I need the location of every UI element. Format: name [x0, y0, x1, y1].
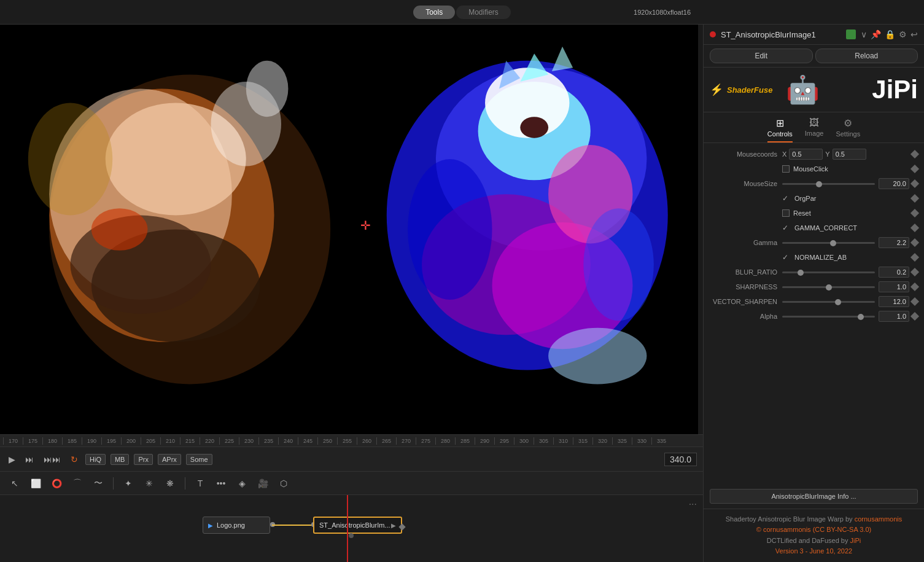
end-button[interactable]: ⏭⏭: [41, 453, 63, 466]
tool-clone[interactable]: ❋: [161, 475, 179, 492]
tool-ellipse[interactable]: ⭕: [48, 475, 65, 492]
vector-sharpen-row: VECTOR_SHARPEN: [704, 294, 924, 309]
quality-hiq[interactable]: HiQ: [85, 454, 106, 465]
tool-bezier[interactable]: ⌒: [69, 475, 86, 492]
node-shader-expand[interactable]: ▶: [391, 522, 396, 529]
tool-particle[interactable]: •••: [212, 475, 230, 492]
undo-icon[interactable]: ↩: [910, 29, 918, 39]
resolution-info: 1920x1080xfloat16: [634, 9, 691, 16]
svg-point-19: [408, 159, 492, 300]
alpha-thumb: [858, 314, 864, 320]
sharpness-label: SHARPNESS: [710, 283, 777, 291]
gear-icon: ⚙: [844, 117, 852, 129]
reset-checkbox[interactable]: [782, 209, 790, 217]
mousesize-slider-wrap: [782, 178, 909, 189]
gamma-diamond: [910, 238, 919, 247]
node-logo[interactable]: ▶ Logo.png: [203, 517, 270, 534]
lock-icon[interactable]: 🔒: [885, 29, 895, 39]
ruler-mark: 305: [534, 437, 553, 445]
ruler-mark: 265: [376, 437, 396, 445]
quality-some[interactable]: Some: [186, 454, 212, 465]
tool-rect[interactable]: ⬜: [27, 475, 44, 492]
gamma-correct-diamond: [910, 224, 919, 232]
tool-mesh[interactable]: ⬡: [275, 475, 292, 492]
ruler-mark: 200: [121, 437, 141, 445]
node-logo-label: Logo.png: [217, 521, 245, 529]
mousesize-value[interactable]: [879, 178, 909, 189]
tool-bspline[interactable]: 〜: [90, 475, 107, 492]
step-forward-button[interactable]: ⏭: [23, 453, 36, 466]
mousesize-slider[interactable]: [782, 183, 875, 185]
viewport: ✛: [0, 25, 703, 434]
sharpness-slider[interactable]: [782, 286, 875, 288]
normalize-ab-check: ✓ NORMALIZE_AB: [782, 253, 909, 262]
blur-ratio-label: BLUR_RATIO: [710, 268, 777, 276]
tab-tools[interactable]: Tools: [413, 6, 455, 19]
normalize-ab-check-label: NORMALIZE_AB: [794, 254, 847, 261]
svg-point-7: [91, 208, 148, 251]
timeline-controls: ▶ ⏭ ⏭⏭ ↻ HiQ MB Prx APrx Some 340.0: [0, 447, 703, 471]
sharpness-value[interactable]: [879, 281, 909, 292]
alpha-slider[interactable]: [782, 316, 875, 318]
normalize-ab-checkmark: ✓: [782, 253, 788, 262]
ruler-mark: 280: [435, 437, 455, 445]
mousecoords-x-input[interactable]: [789, 149, 823, 160]
tool-paint[interactable]: ✳: [141, 475, 158, 492]
pin-icon[interactable]: 📌: [871, 29, 881, 39]
quality-aprx[interactable]: APrx: [158, 454, 181, 465]
ruler-mark: 315: [573, 437, 592, 445]
gamma-correct-checkmark: ✓: [782, 224, 788, 232]
alpha-value[interactable]: [879, 311, 909, 322]
settings-icon[interactable]: ⚙: [899, 29, 907, 39]
chevron-down-icon[interactable]: ∨: [861, 29, 867, 39]
mousecoords-label: Mousecoords: [710, 150, 777, 158]
quality-mb[interactable]: MB: [111, 454, 130, 465]
tab-controls[interactable]: ⊞ Controls: [767, 117, 793, 142]
mousecoords-row: Mousecoords X Y: [704, 147, 924, 162]
tool-pointer[interactable]: ↖: [6, 475, 23, 492]
tool-camera[interactable]: 🎥: [254, 475, 271, 492]
credits-jipi[interactable]: JiPi: [850, 537, 861, 544]
ruler-mark: 290: [475, 437, 494, 445]
node-shader-label: ST_AnisotropicBlurIm...: [319, 521, 390, 529]
credits-author[interactable]: cornusammonis: [855, 515, 903, 523]
tab-image[interactable]: 🖼 Image: [805, 117, 824, 142]
mousesize-label: MouseSize: [710, 180, 777, 187]
loop-button[interactable]: ↻: [68, 453, 80, 466]
tab-settings[interactable]: ⚙ Settings: [836, 117, 860, 142]
edit-button[interactable]: Edit: [710, 49, 813, 63]
blur-ratio-value[interactable]: [879, 267, 909, 278]
reload-button[interactable]: Reload: [815, 49, 918, 63]
mouseclick-checkbox[interactable]: [782, 165, 790, 173]
node-color-swatch[interactable]: [846, 29, 856, 39]
blur-ratio-thumb: [798, 270, 804, 276]
frame-number[interactable]: 340.0: [664, 453, 697, 466]
orgpar-check: ✓ OrgPar: [782, 194, 909, 203]
mousecoords-y-input[interactable]: [833, 149, 866, 160]
node-play-icon: ▶: [208, 522, 213, 529]
vertical-scroll[interactable]: [698, 25, 703, 434]
tool-text[interactable]: T: [192, 475, 209, 492]
normalize-ab-row: ✓ NORMALIZE_AB: [704, 250, 924, 265]
blur-ratio-slider[interactable]: [782, 271, 875, 273]
gamma-slider-wrap: [782, 237, 909, 248]
tool-multipath[interactable]: ✦: [120, 475, 137, 492]
svg-point-20: [583, 208, 654, 321]
edit-reload-bar: Edit Reload: [704, 45, 924, 68]
tab-modifiers[interactable]: Modifiers: [456, 6, 511, 19]
vector-sharpen-value[interactable]: [879, 296, 909, 307]
gamma-label: Gamma: [710, 239, 777, 246]
gamma-slider[interactable]: [782, 242, 875, 244]
node-status-dot: [710, 31, 716, 37]
play-button[interactable]: ▶: [6, 453, 18, 466]
info-button[interactable]: AnisotropicBlurImage Info ...: [710, 489, 918, 504]
left-area: ✛ 170 175 180 185 190 195 200 205 210 21…: [0, 25, 703, 562]
gamma-value[interactable]: [879, 237, 909, 248]
quality-prx[interactable]: Prx: [134, 454, 153, 465]
vector-sharpen-slider[interactable]: [782, 301, 875, 303]
ruler-mark: 205: [141, 437, 160, 445]
tool-3d[interactable]: ◈: [233, 475, 250, 492]
node-shader[interactable]: ST_AnisotropicBlurIm... ▶: [313, 517, 402, 534]
orgpar-diamond: [910, 194, 919, 203]
mouseclick-row: MouseClick: [704, 162, 924, 176]
